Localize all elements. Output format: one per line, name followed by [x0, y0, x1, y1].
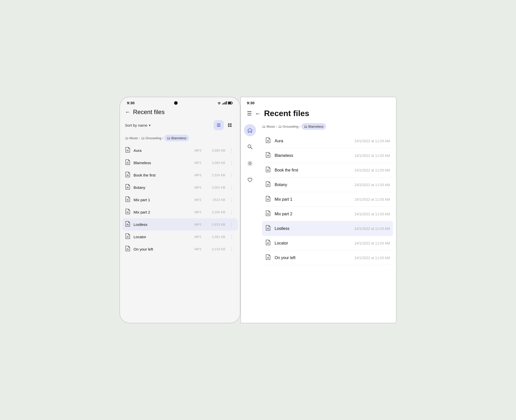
tablet-file-item[interactable]: On your left 24/1/2022 at 11:03 AM — [262, 251, 393, 265]
file-size: 2,680 KB — [208, 149, 225, 152]
tablet-file-item[interactable]: Mix part 1 24/1/2022 at 11:03 AM — [262, 192, 393, 207]
audio-file-icon — [265, 225, 271, 232]
tablet-breadcrumb-music[interactable]: 🗂 Music — [262, 124, 275, 128]
file-item[interactable]: Lostless MP3 2,833 KB ⋮ — [122, 218, 238, 231]
battery-icon — [228, 101, 233, 104]
breadcrumb-music[interactable]: 🗂 Music — [125, 136, 138, 140]
file-item[interactable]: Mix part 1 MP3 2522 KB ⋮ — [122, 194, 238, 206]
breadcrumb-grouseling[interactable]: 🗂 Grouseling — [141, 136, 162, 140]
svg-point-13 — [249, 163, 251, 164]
tablet-file-item[interactable]: Botany 24/1/2022 at 11:03 AM — [262, 178, 393, 192]
tablet-breadcrumb-grouseling[interactable]: 🗂 Grouseling — [278, 124, 299, 128]
more-options-button[interactable]: ⋮ — [228, 185, 235, 190]
hamburger-button[interactable]: ☰ — [247, 110, 252, 117]
breadcrumb-blameless[interactable]: 🗂 Blameless — [164, 135, 189, 141]
tablet-layout: 🗂 Music / 🗂 Grouseling / 🗂 Blameless — [241, 121, 396, 265]
list-icon — [216, 123, 221, 127]
file-type: MP3 — [195, 186, 205, 189]
tablet-back-button[interactable]: ← — [255, 110, 261, 117]
more-options-button[interactable]: ⋮ — [228, 197, 235, 203]
chevron-down-icon: ▾ — [149, 123, 151, 127]
list-view-button[interactable] — [214, 120, 224, 130]
tablet-file-name: Blameless — [275, 153, 351, 158]
tablet-breadcrumb-blameless[interactable]: 🗂 Blameless — [301, 123, 326, 130]
tablet-header: ☰ ← Recent files — [241, 107, 396, 121]
file-type: MP3 — [195, 149, 205, 152]
file-type: MP3 — [195, 161, 205, 165]
search-icon — [247, 144, 253, 150]
tablet-file-item[interactable]: Mix part 2 24/1/2022 at 11:03 AM — [262, 207, 393, 221]
file-size: 2,833 KB — [208, 223, 225, 226]
tablet-file-date: 24/1/2022 at 11:03 AM — [354, 139, 390, 143]
sidebar-search-button[interactable] — [244, 141, 256, 153]
more-options-button[interactable]: ⋮ — [228, 222, 235, 227]
tablet-file-item[interactable]: Aura 24/1/2022 at 11:03 AM — [262, 134, 393, 148]
file-size: 3,381 KB — [208, 235, 225, 239]
svg-rect-7 — [228, 123, 230, 125]
file-item[interactable]: Aura MP3 2,680 KB ⋮ — [122, 144, 238, 157]
sort-button[interactable]: Sort by name ▾ — [125, 123, 151, 127]
file-item[interactable]: Botany MP3 3,002 KB ⋮ — [122, 181, 238, 194]
tablet-file-name: Locator — [275, 241, 351, 246]
svg-rect-3 — [228, 102, 231, 104]
tablet-file-name: On your left — [275, 256, 351, 260]
folder-icon: 🗂 — [167, 136, 170, 140]
more-options-button[interactable]: ⋮ — [228, 209, 235, 215]
tablet-file-item[interactable]: Locator 24/1/2022 at 11:03 AM — [262, 236, 393, 251]
phone-status-bar: 9:30 — [120, 97, 240, 107]
phone-status-icons — [217, 101, 233, 104]
phone-toolbar: Sort by name ▾ — [120, 119, 240, 133]
audio-file-icon — [265, 254, 271, 261]
file-name: On your left — [134, 247, 191, 251]
file-item[interactable]: Mix part 2 MP3 3,305 KB ⋮ — [122, 206, 238, 218]
file-name: Mix part 1 — [134, 198, 191, 202]
sidebar-favorites-button[interactable] — [244, 174, 256, 186]
file-name: Locator — [134, 235, 191, 239]
breadcrumb-sep-1: / — [139, 136, 140, 140]
audio-file-icon — [125, 208, 131, 216]
tablet-status-bar: 9:30 — [241, 97, 396, 107]
tablet-file-item[interactable]: Book the first 24/1/2022 at 11:03 AM — [262, 163, 393, 178]
tablet-breadcrumb-blameless-label: Blameless — [308, 125, 324, 128]
sidebar-settings-button[interactable] — [244, 157, 256, 169]
audio-file-icon — [125, 221, 131, 228]
file-item[interactable]: Book the first MP3 2,526 KB ⋮ — [122, 169, 238, 181]
svg-rect-4 — [217, 124, 220, 124]
sort-label: Sort by name — [125, 123, 147, 127]
file-item[interactable]: On your left MP3 3,219 KB ⋮ — [122, 243, 238, 255]
file-type: MP3 — [195, 235, 205, 239]
tablet-content: 🗂 Music / 🗂 Grouseling / 🗂 Blameless — [259, 121, 396, 265]
camera-dot — [174, 101, 178, 105]
grid-view-button[interactable] — [225, 120, 235, 130]
wifi-icon — [217, 101, 221, 104]
sidebar-home-button[interactable] — [244, 124, 256, 136]
tablet-breadcrumb-sep-1: / — [276, 125, 277, 128]
more-options-button[interactable]: ⋮ — [228, 247, 235, 252]
folder-icon: 🗂 — [304, 124, 307, 128]
file-name: Book the first — [134, 173, 191, 177]
folder-icon: 🗂 — [278, 124, 282, 128]
more-options-button[interactable]: ⋮ — [228, 234, 235, 240]
file-name: Botany — [134, 185, 191, 190]
phone-breadcrumb: 🗂 Music / 🗂 Grouseling / 🗂 Blameless — [120, 133, 240, 144]
grid-icon — [228, 123, 232, 127]
folder-icon: 🗂 — [262, 124, 266, 128]
more-options-button[interactable]: ⋮ — [228, 172, 235, 178]
tablet-file-item[interactable]: Blameless 24/1/2022 at 11:03 AM — [262, 148, 393, 163]
tablet-file-name: Mix part 1 — [275, 197, 351, 202]
svg-point-0 — [219, 104, 220, 104]
more-options-button[interactable]: ⋮ — [228, 160, 235, 166]
audio-file-icon — [265, 166, 271, 174]
file-item[interactable]: Blameless MP3 3,060 KB ⋮ — [122, 157, 238, 169]
file-type: MP3 — [195, 198, 205, 202]
audio-file-icon — [265, 196, 271, 203]
more-options-button[interactable]: ⋮ — [228, 148, 235, 153]
file-type: MP3 — [195, 173, 205, 177]
file-size: 3,002 KB — [208, 186, 225, 189]
svg-rect-8 — [230, 123, 232, 125]
svg-rect-5 — [217, 125, 220, 125]
back-button[interactable]: ← — [125, 109, 131, 115]
tablet-file-date: 24/1/2022 at 11:03 AM — [354, 183, 390, 187]
tablet-file-item[interactable]: Lostless 24/1/2022 at 11:03 AM — [262, 221, 393, 236]
file-item[interactable]: Locator MP3 3,381 KB ⋮ — [122, 231, 238, 243]
